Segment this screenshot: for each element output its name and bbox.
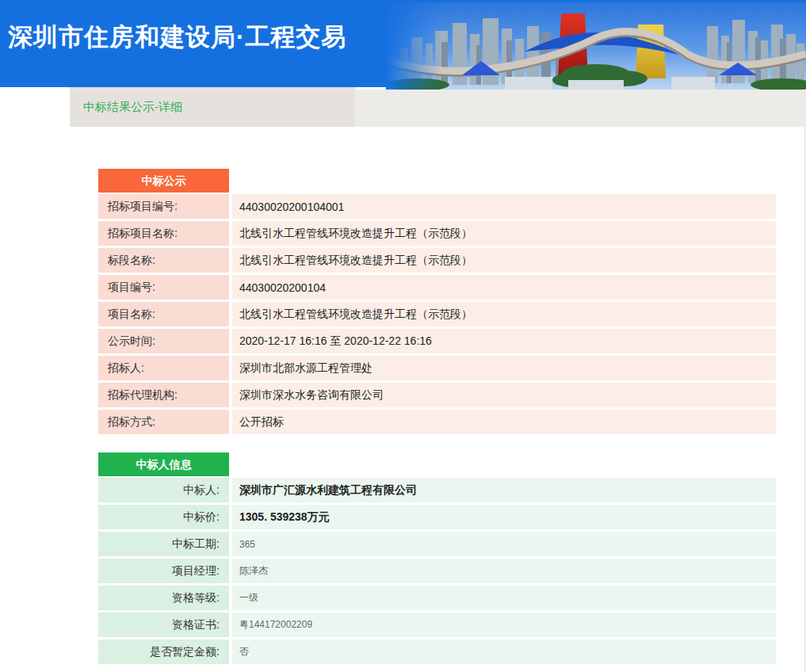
row-value: 粤144172002209 — [232, 613, 776, 637]
row-value: 公开招标 — [232, 410, 776, 434]
row-label: 中标工期: — [98, 532, 229, 556]
row-label: 中标人: — [98, 478, 229, 502]
row-label: 招标项目名称: — [98, 221, 229, 246]
row-value: 北线引水工程管线环境改造提升工程（示范段） — [232, 248, 776, 273]
row-label: 标段名称: — [98, 248, 229, 273]
breadcrumb-label: 中标结果公示-详细 — [83, 100, 182, 115]
row-value: 深圳市深水水务咨询有限公司 — [232, 383, 776, 407]
row-label: 项目名称: — [98, 302, 229, 326]
row-value: 44030020200104 — [232, 275, 776, 300]
header-banner-image — [386, 2, 806, 90]
row-value: 北线引水工程管线环境改造提升工程（示范段） — [232, 302, 776, 326]
row-value: 44030020200104001 — [232, 194, 776, 219]
row-label: 中标价: — [98, 505, 229, 529]
page-title: 深圳市住房和建设局·工程交易 — [8, 21, 346, 54]
table-row: 是否暂定金额: 否 — [98, 640, 776, 664]
table-row: 标段名称: 北线引水工程管线环境改造提升工程（示范段） — [98, 248, 776, 273]
winner-info-table: 中标人: 深圳市广汇源水利建筑工程有限公司 中标价: 1305. 539238万… — [98, 478, 776, 664]
table-row: 资格证书: 粤144172002209 — [98, 613, 776, 637]
row-value: 北线引水工程管线环境改造提升工程（示范段） — [232, 221, 776, 246]
table-row: 招标代理机构: 深圳市深水水务咨询有限公司 — [98, 383, 776, 407]
table-row: 项目名称: 北线引水工程管线环境改造提升工程（示范段） — [98, 302, 776, 326]
table-row: 招标项目名称: 北线引水工程管线环境改造提升工程（示范段） — [98, 221, 776, 246]
row-value: 陈泽杰 — [232, 559, 776, 583]
site-header: 深圳市住房和建设局·工程交易 — [0, 0, 806, 87]
bid-announcement-title: 中标公示 — [98, 169, 229, 193]
table-row: 中标工期: 365 — [98, 532, 776, 556]
table-row: 招标项目编号: 44030020200104001 — [98, 194, 776, 219]
row-label: 项目编号: — [98, 275, 229, 300]
table-row: 中标人: 深圳市广汇源水利建筑工程有限公司 — [98, 478, 776, 502]
table-row: 项目经理: 陈泽杰 — [98, 559, 776, 583]
row-value: 1305. 539238万元 — [232, 505, 776, 529]
winner-info-section: 中标人信息 中标人: 深圳市广汇源水利建筑工程有限公司 中标价: 1305. 5… — [98, 452, 806, 664]
breadcrumb: 中标结果公示-详细 — [70, 87, 355, 127]
table-row: 项目编号: 44030020200104 — [98, 275, 776, 300]
row-label: 招标人: — [98, 356, 229, 380]
row-label: 招标项目编号: — [98, 194, 229, 219]
row-label: 招标代理机构: — [98, 383, 229, 407]
breadcrumb-filler — [355, 90, 806, 127]
row-label: 招标方式: — [98, 410, 229, 434]
row-label: 项目经理: — [98, 559, 229, 583]
table-row: 资格等级: 一级 — [98, 586, 776, 610]
row-value: 365 — [232, 532, 776, 556]
breadcrumb-band: 中标结果公示-详细 — [0, 87, 806, 127]
main-content: 中标公示 招标项目编号: 44030020200104001 招标项目名称: 北… — [0, 127, 806, 664]
bid-announcement-table: 招标项目编号: 44030020200104001 招标项目名称: 北线引水工程… — [98, 194, 776, 434]
row-label: 是否暂定金额: — [98, 640, 229, 664]
page: 深圳市住房和建设局·工程交易 — [0, 0, 806, 672]
table-row: 公示时间: 2020-12-17 16:16 至 2020-12-22 16:1… — [98, 329, 776, 353]
row-label: 资格证书: — [98, 613, 229, 637]
row-label: 资格等级: — [98, 586, 229, 610]
row-value: 深圳市北部水源工程管理处 — [232, 356, 776, 380]
winner-info-title: 中标人信息 — [98, 452, 229, 476]
row-label: 公示时间: — [98, 329, 229, 353]
table-row: 招标人: 深圳市北部水源工程管理处 — [98, 356, 776, 380]
row-value: 一级 — [232, 586, 776, 610]
bid-announcement-section: 中标公示 招标项目编号: 44030020200104001 招标项目名称: 北… — [98, 169, 806, 434]
row-value: 深圳市广汇源水利建筑工程有限公司 — [232, 478, 776, 502]
table-row: 中标价: 1305. 539238万元 — [98, 505, 776, 529]
table-row: 招标方式: 公开招标 — [98, 410, 776, 434]
row-value: 2020-12-17 16:16 至 2020-12-22 16:16 — [232, 329, 776, 353]
row-value: 否 — [232, 640, 776, 664]
